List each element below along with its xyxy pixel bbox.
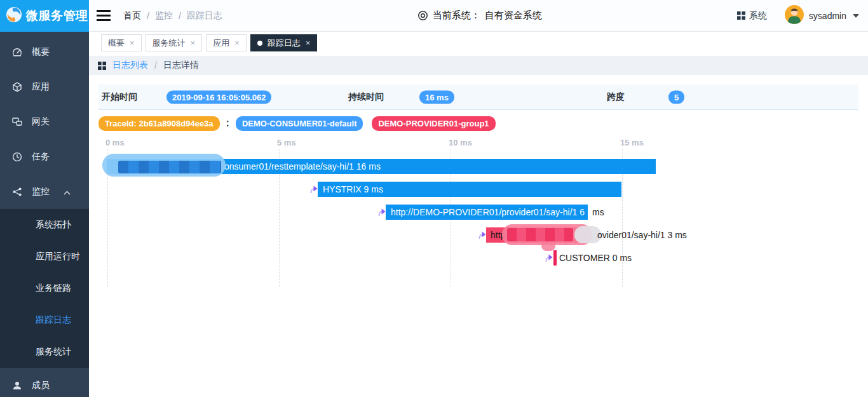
sidebar-item-label: 系统拓扑 [36,219,71,231]
sidebar-item-label: 概要 [32,46,50,58]
sidebar-item-app-runtime[interactable]: 应用运行时 [0,241,89,273]
sidebar-item-monitoring[interactable]: 监控 [0,174,89,209]
sidebar-item-members[interactable]: 成员 [0,368,89,397]
top-header: 首页 / 监控 / 跟踪日志 当前系统： 自有资金系统 系统 [89,0,868,32]
span-arrow-icon [478,231,487,239]
sidebar-item-gateway[interactable]: 网关 [0,104,89,139]
sidebar: 微服务管理 概要 应用 网关 [0,0,89,397]
chevron-up-icon [64,187,80,197]
sidebar-item-trace-log[interactable]: 跟踪日志 [0,304,89,336]
system-menu-button[interactable]: 系统 [737,10,767,22]
sidebar-item-business-chain[interactable]: 业务链路 [0,273,89,304]
logo-swirl-icon [6,6,22,25]
tab-label: 应用 [213,37,229,49]
page-title: 日志详情 [163,60,199,71]
monitor-icon [12,187,22,197]
span-bar-hystrix[interactable]: HYSTRIX 9 ms [318,182,621,197]
tab-label: 概要 [108,37,125,49]
sidebar-item-overview[interactable]: 概要 [0,34,89,69]
breadcrumb-home[interactable]: 首页 [123,10,141,22]
sidebar-item-system-topology[interactable]: 系统拓扑 [0,209,89,241]
log-list-link[interactable]: 日志列表 [112,60,148,71]
dashboard-icon [12,47,22,57]
user-menu[interactable]: sysadmin [785,5,859,26]
sidebar-item-label: 应用 [32,81,50,93]
gateway-icon [12,117,22,127]
span-label: HYSTRIX 9 ms [323,184,383,194]
hamburger-menu-icon[interactable] [97,10,111,21]
span-timeline: 0 ms 5 ms 10 ms 15 ms onsumer01/resttemp… [89,136,868,295]
sidebar-submenu-monitoring: 系统拓扑 应用运行时 业务链路 跟踪日志 服务统计 [0,209,89,368]
axis-tick: 10 ms [449,138,472,147]
span-arrow-icon [309,185,318,194]
trace-info-panel: 开始时间 2019-09-16 16:05:05.062 持续时间 16 ms … [98,84,858,110]
span-label: onsumer01/resttemplate/say-hi/1 16 ms [224,161,381,172]
start-time-value: 2019-09-16 16:05:05.062 [166,90,271,104]
sidebar-item-service-stats[interactable]: 服务统计 [0,336,89,368]
sidebar-item-label: 跟踪日志 [36,314,71,326]
task-icon [12,152,22,162]
close-icon[interactable] [130,39,135,47]
tab-applications[interactable]: 应用 [206,34,247,51]
duration-label: 持续时间 [348,91,384,103]
colon-separator: : [226,118,229,129]
axis-tick: 0 ms [105,138,125,147]
close-icon[interactable] [306,39,311,47]
tab-label: 服务统计 [153,37,186,49]
sidebar-item-label: 业务链路 [36,283,71,294]
close-icon[interactable] [234,39,240,47]
span-bar-customer[interactable] [553,250,557,266]
span-bar-provider-call[interactable]: http://DEMO-PROVIDER01/provider01/say-hi… [386,205,588,220]
open-tabs-bar: 概要 服务统计 应用 跟踪日志 [89,32,868,56]
current-system-indicator: 当前系统： 自有资金系统 [222,10,737,22]
span-arrow-icon [377,208,386,217]
axis-tick: 15 ms [620,138,644,147]
sidebar-item-label: 应用运行时 [36,251,80,262]
sidebar-item-label: 成员 [32,380,50,391]
breadcrumb-monitoring[interactable]: 监控 [155,10,173,22]
close-icon[interactable] [191,39,196,47]
redaction-mosaic [507,228,573,241]
grid-icon [98,62,106,70]
active-dot-icon [257,41,262,46]
service-badge-consumer: DEMO-CONSUMER01-default [236,116,363,131]
tab-overview[interactable]: 概要 [101,34,142,51]
span-count-label: 跨度 [607,91,625,103]
header-right: 系统 sysadmin [737,5,859,26]
redaction-mosaic [118,161,221,173]
sidebar-item-tasks[interactable]: 任务 [0,139,89,174]
system-menu-label: 系统 [749,10,767,22]
app-logo[interactable]: 微服务管理 [0,0,89,32]
span-label-overflow: ovider01/say-hi/1 3 ms [597,227,687,243]
span-count-value: 5 [668,90,684,104]
breadcrumb-separator: / [147,11,149,21]
avatar [785,5,804,26]
current-system-label: 当前系统： [433,10,480,22]
breadcrumb-trace-log[interactable]: 跟踪日志 [187,10,222,22]
tab-label: 跟踪日志 [268,37,301,49]
start-time-label: 开始时间 [102,91,137,103]
member-icon [12,380,22,391]
sidebar-item-applications[interactable]: 应用 [0,69,89,104]
eye-icon [417,10,428,21]
grid-icon [737,11,745,20]
microservice-admin-app: 微服务管理 概要 应用 网关 [0,0,868,397]
sidebar-menu: 概要 应用 网关 任务 [0,32,89,397]
tab-trace-log[interactable]: 跟踪日志 [250,34,318,51]
user-name: sysadmin [809,11,846,21]
axis-tick: 5 ms [277,138,296,147]
span-arrow-icon [545,253,553,262]
span-label-overflow: CUSTOMER 0 ms [559,250,632,266]
trace-badges-row: TraceId: 2b61a8908d94ee3a : DEMO-CONSUME… [98,115,496,131]
span-label: http://DEMO-PROVIDER01/provider01/say-hi… [391,207,585,217]
sidebar-item-label: 服务统计 [36,346,71,358]
breadcrumb: 首页 / 监控 / 跟踪日志 [123,10,222,22]
service-badge-provider: DEMO-PROVIDER01-group1 [372,116,495,131]
breadcrumb-separator: / [154,60,157,71]
sidebar-item-label: 任务 [32,151,50,163]
tab-service-stats[interactable]: 服务统计 [146,34,203,51]
app-title: 微服务管理 [26,8,88,24]
trace-id-badge: TraceId: 2b61a8908d94ee3a [98,116,220,131]
duration-value: 16 ms [419,90,454,104]
breadcrumb-separator: / [179,11,181,21]
